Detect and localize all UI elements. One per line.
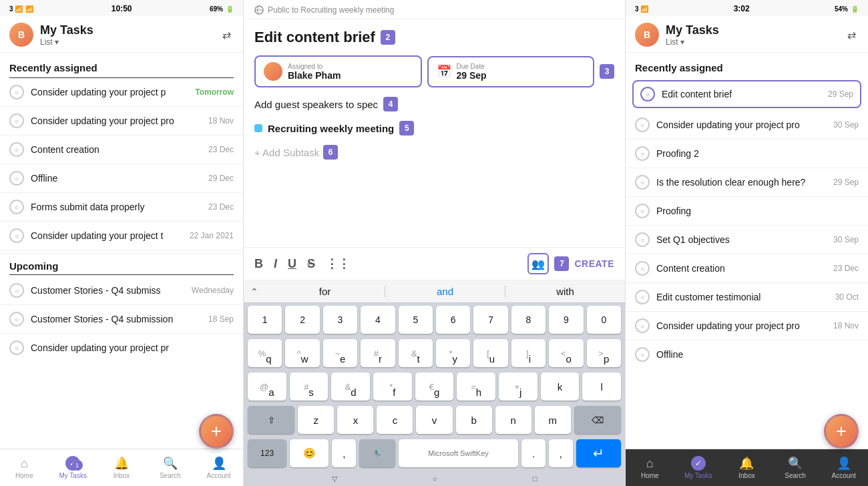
kbd-key-z[interactable]: z	[298, 406, 334, 434]
left-task-check-icon[interactable]: ○	[9, 228, 24, 243]
mid-create-button[interactable]: CREATE	[574, 258, 614, 269]
kbd-backspace-icon[interactable]: ⌫	[574, 406, 621, 434]
kbd-key-g[interactable]: €g	[415, 373, 454, 401]
kbd-space-key[interactable]: Microsoft SwiftKey	[399, 439, 518, 467]
left-task-item[interactable]: ○ Offline 29 Dec	[0, 164, 243, 193]
left-fab-button[interactable]: +	[199, 414, 234, 449]
right-task-check-icon[interactable]: ○	[635, 290, 650, 304]
right-task-item[interactable]: ○ Edit customer testimonial 30 Oct	[626, 283, 868, 312]
right-fab-button[interactable]: +	[824, 414, 859, 449]
mid-kbd-suggestion-with[interactable]: with	[505, 284, 625, 298]
mid-project-row[interactable]: Recruiting weekly meeting 5	[254, 121, 614, 136]
kbd-key-o[interactable]: <o	[549, 339, 583, 367]
kbd-shift-icon[interactable]: ⇧	[248, 406, 294, 434]
kbd-key-f[interactable]: *f	[373, 373, 412, 401]
left-task-item[interactable]: ○ Content creation 23 Dec	[0, 136, 243, 164]
right-task-check-icon[interactable]: ○	[635, 117, 650, 132]
kbd-key-q[interactable]: %q	[248, 339, 282, 367]
kbd-key-5[interactable]: 5	[399, 306, 433, 334]
right-task-item[interactable]: ○ Proofing	[626, 197, 868, 226]
kbd-key-l[interactable]: l	[582, 373, 621, 401]
kbd-key-h[interactable]: =h	[457, 373, 495, 401]
right-task-item[interactable]: ○ Consider updating your project pro 18 …	[626, 312, 868, 340]
kbd-key-3[interactable]: 3	[323, 306, 357, 334]
right-task-check-icon[interactable]: ○	[635, 175, 650, 190]
kbd-key-r[interactable]: #r	[361, 339, 395, 367]
kbd-key-d[interactable]: &d	[331, 373, 370, 401]
left-task-check-icon[interactable]: ○	[9, 142, 24, 157]
right-task-item[interactable]: ○ Offline	[626, 340, 868, 369]
mid-kbd-suggestion-for[interactable]: for	[265, 284, 385, 298]
left-nav-inbox[interactable]: 🔔 Inbox	[97, 456, 146, 479]
left-task-check-icon[interactable]: ○	[9, 312, 24, 326]
right-nav-home[interactable]: ⌂ Home	[626, 457, 674, 479]
right-task-item-highlighted[interactable]: ○ Edit content brief 29 Sep	[632, 80, 861, 108]
right-task-check-icon[interactable]: ○	[635, 204, 650, 218]
mid-bold-icon[interactable]: B	[254, 257, 263, 271]
right-task-check-icon[interactable]: ○	[635, 146, 650, 161]
right-task-check-icon[interactable]: ○	[635, 261, 650, 276]
kbd-key-6[interactable]: 6	[436, 306, 470, 334]
right-task-item[interactable]: ○ Set Q1 objectives 30 Sep	[626, 226, 868, 254]
kbd-key-1[interactable]: 1	[248, 306, 282, 334]
left-task-check-icon[interactable]: ○	[9, 171, 24, 186]
mid-underline-icon[interactable]: U	[288, 257, 296, 271]
kbd-key-4[interactable]: 4	[361, 306, 395, 334]
left-task-item[interactable]: ○ Consider updating your project pr	[0, 334, 243, 362]
mid-strikethrough-icon[interactable]: S	[307, 257, 315, 271]
left-task-check-icon[interactable]: ○	[9, 340, 24, 355]
left-task-item[interactable]: ○ Customer Stories - Q4 submission 18 Se…	[0, 305, 243, 334]
right-nav-my-tasks[interactable]: ✓ My Tasks	[674, 456, 723, 479]
left-task-check-icon[interactable]: ○	[9, 283, 24, 298]
left-nav-account[interactable]: 👤 Account	[194, 456, 243, 479]
kbd-key-v[interactable]: v	[416, 406, 452, 434]
kbd-period2[interactable]: ,	[549, 439, 573, 467]
left-task-item[interactable]: ○ Customer Stories - Q4 submiss Wednesda…	[0, 276, 243, 305]
kbd-key-p[interactable]: >p	[587, 339, 621, 367]
kbd-key-i[interactable]: ]i	[511, 339, 546, 367]
left-filter-icon[interactable]: ⇄	[219, 27, 234, 42]
left-task-item[interactable]: ○ Consider updating your project t 22 Ja…	[0, 222, 243, 250]
kbd-key-y[interactable]: *y	[436, 339, 470, 367]
kbd-key-j[interactable]: +j	[499, 373, 537, 401]
left-task-item[interactable]: ○ Consider updating your project p Tomor…	[0, 78, 243, 107]
kbd-key-m[interactable]: m	[535, 406, 571, 434]
right-task-check-icon[interactable]: ○	[635, 318, 650, 333]
right-nav-search[interactable]: 🔍 Search	[771, 456, 820, 479]
left-task-check-icon[interactable]: ○	[9, 85, 24, 99]
left-task-item[interactable]: ○ Consider updating your project pro 18 …	[0, 107, 243, 136]
kbd-key-0[interactable]: 0	[587, 306, 621, 334]
right-task-item[interactable]: ○ Is the resolution clear enough here? 2…	[626, 168, 868, 197]
mid-add-subtask[interactable]: + Add Subtask 6	[254, 145, 614, 160]
mid-list-icon[interactable]: ⋮⋮	[326, 256, 350, 271]
right-task-check-icon[interactable]: ○	[635, 347, 650, 362]
kbd-key-c[interactable]: c	[377, 406, 413, 434]
kbd-123-key[interactable]: 123	[248, 439, 286, 467]
kbd-key-e[interactable]: ~e	[323, 339, 357, 367]
right-filter-icon[interactable]: ⇄	[844, 27, 859, 42]
right-task-check-icon[interactable]: ○	[640, 87, 655, 101]
left-nav-home[interactable]: ⌂ Home	[0, 457, 49, 479]
kbd-emoji-icon[interactable]: 😊	[290, 439, 329, 467]
left-nav-search[interactable]: 🔍 Search	[146, 456, 194, 479]
mid-collab-button[interactable]: 👥	[527, 253, 549, 274]
left-nav-my-tasks[interactable]: ✓ My Tasks 1	[49, 456, 97, 479]
kbd-period-key[interactable]: .	[521, 439, 546, 467]
kbd-return-icon[interactable]: ↵	[576, 439, 621, 467]
left-task-item[interactable]: ○ Forms submit data properly 23 Dec	[0, 193, 243, 222]
left-task-check-icon[interactable]: ○	[9, 113, 24, 128]
mid-kbd-suggestion-and[interactable]: and	[385, 284, 505, 298]
left-task-check-icon[interactable]: ○	[9, 200, 24, 214]
kbd-key-2[interactable]: 2	[285, 306, 319, 334]
kbd-key-s[interactable]: #s	[290, 373, 329, 401]
right-nav-inbox[interactable]: 🔔 Inbox	[722, 456, 771, 479]
kbd-mic-icon[interactable]: 🎙️	[359, 439, 395, 467]
kbd-key-7[interactable]: 7	[473, 306, 507, 334]
kbd-key-b[interactable]: b	[456, 406, 492, 434]
kbd-comma-key[interactable]: ,	[332, 439, 356, 467]
kbd-key-t[interactable]: &t	[399, 339, 433, 367]
kbd-key-a[interactable]: @a	[248, 373, 286, 401]
kbd-key-n[interactable]: n	[495, 406, 531, 434]
kbd-key-k[interactable]: k	[541, 373, 580, 401]
right-task-item[interactable]: ○ Content creation 23 Dec	[626, 254, 868, 283]
